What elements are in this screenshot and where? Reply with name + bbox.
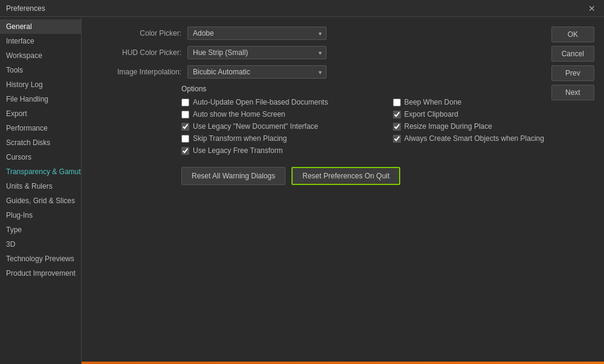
checkbox-label-beep-when-done: Beep When Done [404,98,462,106]
hud-color-picker-row: HUD Color Picker: Hue Strip (Small) Hue … [94,46,592,59]
sidebar-item-general[interactable]: General [0,19,81,34]
sidebar-item-guides-grid-slices[interactable]: Guides, Grid & Slices [0,193,81,208]
title-bar-text: Preferences [6,4,45,13]
checkbox-row-auto-show-home: Auto show the Home Screen [181,110,381,119]
sidebar-item-export[interactable]: Export [0,106,81,121]
hud-color-picker-wrapper: Hue Strip (Small) Hue Strip (Medium) Hue… [187,46,326,59]
sidebar-item-scratch-disks[interactable]: Scratch Disks [0,135,81,150]
sidebar-item-transparency-gamut[interactable]: Transparency & Gamut [0,164,81,179]
checkbox-label-auto-update: Auto-Update Open File-based Documents [193,98,328,106]
checkbox-auto-update[interactable] [181,99,189,106]
options-title: Options [181,85,592,93]
checkbox-use-legacy-free-transform[interactable] [181,147,189,155]
image-interpolation-wrapper: Bicubic Automatic Nearest Neighbor Bilin… [187,65,326,79]
checkbox-label-skip-transform: Skip Transform when Placing [193,134,287,143]
sidebar: GeneralInterfaceWorkspaceToolsHistory Lo… [0,17,82,364]
main-layout: GeneralInterfaceWorkspaceToolsHistory Lo… [0,17,604,364]
sidebar-item-interface[interactable]: Interface [0,34,81,48]
checkbox-label-resize-image-during-place: Resize Image During Place [404,122,492,131]
image-interpolation-select[interactable]: Bicubic Automatic Nearest Neighbor Bilin… [187,65,326,79]
sidebar-item-3d[interactable]: 3D [0,237,81,252]
checkbox-row-use-legacy-free-transform: Use Legacy Free Transform [181,146,381,155]
checkbox-skip-transform[interactable] [181,135,189,143]
checkbox-row-always-create-smart: Always Create Smart Objects when Placing [393,134,593,143]
checkbox-label-use-legacy-free-transform: Use Legacy Free Transform [193,146,283,155]
checkbox-resize-image-during-place[interactable] [393,123,401,131]
options-grid: Auto-Update Open File-based DocumentsBee… [181,98,592,155]
color-picker-row: Color Picker: Adobe Windows [94,27,592,40]
sidebar-item-product-improvement[interactable]: Product Improvement [0,266,81,281]
checkbox-label-use-legacy-new-doc: Use Legacy "New Document" Interface [193,122,318,131]
title-bar: Preferences ✕ [0,0,604,17]
reset-warnings-button[interactable]: Reset All Warning Dialogs [181,167,285,185]
sidebar-item-plug-ins[interactable]: Plug-Ins [0,208,81,223]
prev-button[interactable]: Prev [551,65,594,81]
checkbox-use-legacy-new-doc[interactable] [181,123,189,131]
checkbox-auto-show-home[interactable] [181,111,189,119]
sidebar-item-performance[interactable]: Performance [0,121,81,135]
sidebar-item-cursors[interactable]: Cursors [0,150,81,164]
color-picker-wrapper: Adobe Windows [187,27,326,40]
content-area: OK Cancel Prev Next Color Picker: Adobe … [82,17,604,364]
hud-color-picker-label: HUD Color Picker: [94,48,181,57]
image-interpolation-row: Image Interpolation: Bicubic Automatic N… [94,65,592,79]
hud-color-picker-select[interactable]: Hue Strip (Small) Hue Strip (Medium) Hue… [187,46,326,59]
right-buttons: OK Cancel Prev Next [551,27,594,100]
color-picker-label: Color Picker: [94,29,181,37]
checkbox-beep-when-done[interactable] [393,99,401,106]
checkbox-label-auto-show-home: Auto show the Home Screen [193,110,285,119]
checkbox-always-create-smart[interactable] [393,135,401,143]
bottom-buttons: Reset All Warning Dialogs Reset Preferen… [181,167,592,185]
sidebar-item-technology-previews[interactable]: Technology Previews [0,252,81,266]
reset-preferences-button[interactable]: Reset Preferences On Quit [291,167,400,185]
checkbox-row-skip-transform: Skip Transform when Placing [181,134,381,143]
sidebar-item-history-log[interactable]: History Log [0,77,81,92]
color-picker-select[interactable]: Adobe Windows [187,27,326,40]
checkbox-label-export-clipboard: Export Clipboard [404,110,458,119]
sidebar-item-type[interactable]: Type [0,223,81,237]
checkbox-row-auto-update: Auto-Update Open File-based Documents [181,98,381,106]
sidebar-item-tools[interactable]: Tools [0,63,81,77]
close-button[interactable]: ✕ [586,4,598,13]
checkbox-row-resize-image-during-place: Resize Image During Place [393,122,593,131]
options-section: Options Auto-Update Open File-based Docu… [181,85,592,155]
orange-bar [82,362,604,364]
next-button[interactable]: Next [551,85,594,100]
cancel-button[interactable]: Cancel [551,46,594,62]
ok-button[interactable]: OK [551,27,594,42]
checkbox-row-export-clipboard: Export Clipboard [393,110,593,119]
sidebar-item-file-handling[interactable]: File Handling [0,92,81,106]
checkbox-export-clipboard[interactable] [393,111,401,119]
checkbox-label-always-create-smart: Always Create Smart Objects when Placing [404,134,544,143]
sidebar-item-workspace[interactable]: Workspace [0,48,81,63]
image-interpolation-label: Image Interpolation: [94,68,181,76]
sidebar-item-units-rulers[interactable]: Units & Rulers [0,179,81,193]
checkbox-row-use-legacy-new-doc: Use Legacy "New Document" Interface [181,122,381,131]
